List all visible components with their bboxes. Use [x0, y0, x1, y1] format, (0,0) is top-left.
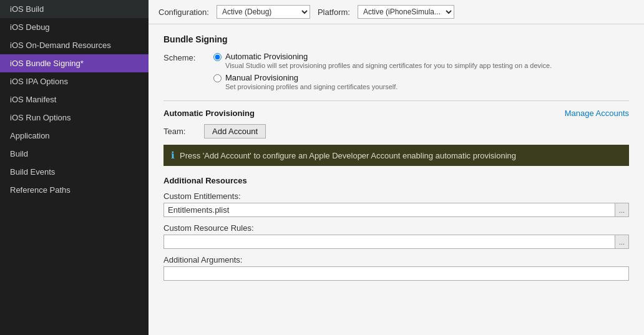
auto-provisioning-text: Automatic Provisioning Visual Studio wil… [225, 52, 552, 69]
sidebar-item-build[interactable]: Build [0, 145, 149, 163]
auto-provisioning-desc: Visual Studio will set provisioning prof… [225, 62, 552, 69]
custom-resource-rules-input[interactable] [163, 235, 615, 249]
auto-provisioning-radio-item: Automatic Provisioning Visual Studio wil… [213, 52, 629, 69]
additional-resources-section: Additional Resources Custom Entitlements… [163, 176, 629, 281]
toolbar: Configuration: Active (Debug) Platform: … [149, 0, 644, 24]
bundle-signing-title: Bundle Signing [163, 34, 629, 44]
sidebar: iOS BuildiOS DebugiOS On-Demand Resource… [0, 0, 149, 335]
custom-resource-rules-input-row: ... [163, 235, 629, 249]
sidebar-item-ios-build[interactable]: iOS Build [0, 0, 149, 18]
platform-select[interactable]: Active (iPhoneSimula... [358, 5, 454, 19]
additional-arguments-group: Additional Arguments: [163, 255, 629, 281]
additional-arguments-label: Additional Arguments: [163, 255, 629, 265]
manual-provisioning-radio-item: Manual Provisioning Set provisioning pro… [213, 73, 629, 90]
auto-provisioning-section: Automatic Provisioning Manage Accounts T… [163, 100, 629, 166]
main-content: Configuration: Active (Debug) Platform: … [149, 0, 644, 335]
auto-provisioning-title: Automatic Provisioning [225, 52, 552, 61]
sidebar-item-application[interactable]: Application [0, 127, 149, 145]
info-icon: ℹ [171, 150, 175, 161]
scheme-row: Scheme: Automatic Provisioning Visual St… [163, 52, 629, 90]
scheme-label: Scheme: [163, 52, 213, 62]
scheme-radio-group: Automatic Provisioning Visual Studio wil… [213, 52, 629, 90]
manual-provisioning-radio[interactable] [213, 74, 222, 82]
sidebar-item-ios-run-options[interactable]: iOS Run Options [0, 109, 149, 127]
custom-entitlements-input-row: ... [163, 203, 629, 217]
team-row: Team: Add Account [163, 124, 629, 138]
manual-provisioning-text: Manual Provisioning Set provisioning pro… [225, 73, 398, 90]
custom-resource-rules-group: Custom Resource Rules: ... [163, 223, 629, 249]
configuration-select[interactable]: Active (Debug) [217, 5, 310, 19]
configuration-label: Configuration: [159, 7, 209, 17]
sidebar-item-ios-debug[interactable]: iOS Debug [0, 18, 149, 36]
info-message: Press 'Add Account' to configure an Appl… [180, 151, 516, 160]
auto-prov-header: Automatic Provisioning Manage Accounts [163, 109, 629, 118]
content-area: Bundle Signing Scheme: Automatic Provisi… [149, 24, 644, 335]
manual-provisioning-title: Manual Provisioning [225, 73, 398, 82]
custom-entitlements-group: Custom Entitlements: ... [163, 192, 629, 217]
team-label: Team: [163, 127, 198, 136]
auto-prov-title: Automatic Provisioning [163, 109, 255, 118]
custom-entitlements-browse-button[interactable]: ... [615, 203, 629, 217]
manage-accounts-link[interactable]: Manage Accounts [565, 109, 629, 118]
custom-resource-rules-label: Custom Resource Rules: [163, 223, 629, 233]
additional-arguments-input[interactable] [163, 266, 629, 281]
sidebar-item-ios-bundle-signing[interactable]: iOS Bundle Signing* [0, 54, 149, 72]
custom-entitlements-input[interactable] [163, 203, 615, 217]
sidebar-item-reference-paths[interactable]: Reference Paths [0, 181, 149, 199]
custom-resource-rules-browse-button[interactable]: ... [615, 235, 629, 249]
add-account-button[interactable]: Add Account [204, 124, 266, 138]
sidebar-item-ios-on-demand[interactable]: iOS On-Demand Resources [0, 36, 149, 54]
manual-provisioning-desc: Set provisioning profiles and signing ce… [225, 83, 398, 90]
platform-label: Platform: [318, 7, 350, 17]
auto-provisioning-radio[interactable] [213, 53, 222, 61]
custom-entitlements-label: Custom Entitlements: [163, 192, 629, 201]
additional-arguments-input-row [163, 266, 629, 281]
sidebar-item-ios-ipa-options[interactable]: iOS IPA Options [0, 72, 149, 90]
additional-resources-title: Additional Resources [163, 176, 629, 185]
sidebar-item-ios-manifest[interactable]: iOS Manifest [0, 90, 149, 109]
info-bar: ℹ Press 'Add Account' to configure an Ap… [163, 145, 629, 166]
sidebar-item-build-events[interactable]: Build Events [0, 163, 149, 181]
